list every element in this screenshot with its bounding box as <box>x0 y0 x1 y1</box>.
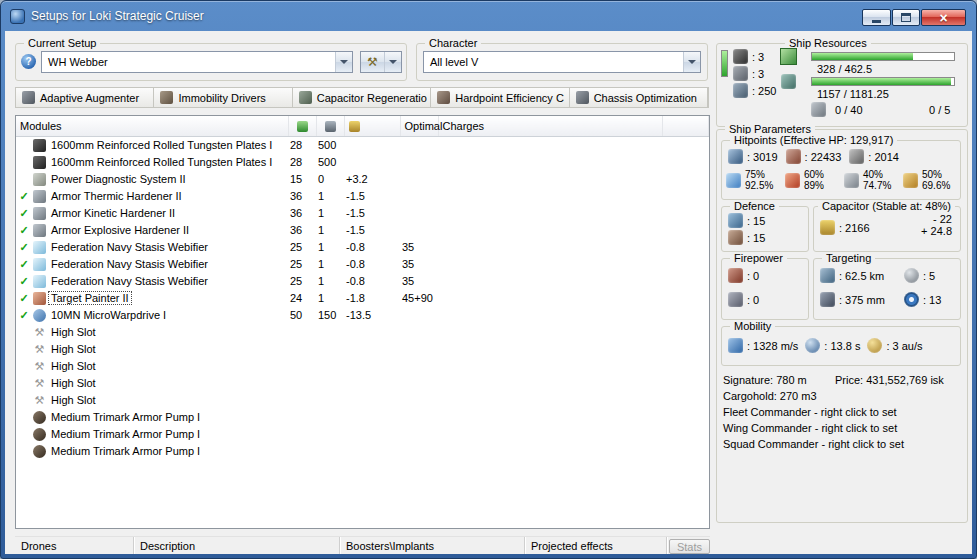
empty-slot-icon <box>33 326 46 339</box>
fleet-commander-text[interactable]: Fleet Commander - right click to set <box>723 406 961 422</box>
module-capacitor-value <box>344 409 400 426</box>
kinetic-resist-icon <box>844 173 859 188</box>
stats-button[interactable]: Stats <box>669 539 710 554</box>
module-row[interactable]: Medium Trimark Armor Pump I <box>16 409 709 426</box>
cpu-column-header[interactable] <box>288 116 316 136</box>
module-row[interactable]: 10MN MicroWarpdrive I 50 150 -13.5 <box>16 307 709 324</box>
defence-label: Defence <box>730 200 779 213</box>
module-row[interactable]: High Slot <box>16 358 709 375</box>
module-capacitor-value <box>344 136 400 154</box>
character-combobox-button[interactable] <box>683 52 700 72</box>
module-charges-value <box>438 154 662 171</box>
setup-tools-button[interactable] <box>360 51 402 73</box>
module-row[interactable]: Target Painter II 24 1 -1.8 45+90 <box>16 290 709 307</box>
empty-slot-icon <box>33 377 46 390</box>
module-optimal-value <box>400 188 438 205</box>
subsystem-tab[interactable]: Adaptive Augmenter <box>16 88 154 107</box>
subsystem-tab[interactable]: Immobility Drivers <box>154 88 292 107</box>
module-charges-value <box>438 171 662 188</box>
character-group: Character All level V <box>416 43 708 81</box>
optimal-column-header[interactable]: Optimal <box>400 116 438 136</box>
cpu-column-icon <box>297 121 308 132</box>
module-row[interactable]: Armor Kinetic Hardener II 36 1 -1.5 <box>16 205 709 222</box>
wing-commander-text[interactable]: Wing Commander - right click to set <box>723 422 961 438</box>
powergrid-column-header[interactable] <box>316 116 344 136</box>
app-window: Setups for Loki Strategic Cruiser Curren… <box>0 0 977 559</box>
shield-resist-value: 40% <box>863 169 891 180</box>
module-row[interactable]: Federation Navy Stasis Webifier 25 1 -0.… <box>16 239 709 256</box>
module-name: Medium Trimark Armor Pump I <box>49 445 202 457</box>
module-name: 10MN MicroWarpdrive I <box>49 309 168 321</box>
module-cpu-value <box>288 426 316 443</box>
charges-column-header[interactable]: Charges <box>438 116 662 136</box>
module-cpu-value: 50 <box>288 307 316 324</box>
subsystem-tab[interactable]: Hardpoint Efficiency C <box>431 88 569 107</box>
module-powergrid-value <box>316 341 344 358</box>
module-capacitor-value <box>344 341 400 358</box>
module-row[interactable]: Federation Navy Stasis Webifier 25 1 -0.… <box>16 256 709 273</box>
active-check-icon <box>18 207 30 220</box>
module-row[interactable]: High Slot <box>16 392 709 409</box>
module-capacitor-value: -1.5 <box>344 188 400 205</box>
tab-description[interactable]: Description <box>134 537 340 554</box>
minimize-button[interactable] <box>862 9 891 26</box>
module-row[interactable]: Federation Navy Stasis Webifier 25 1 -0.… <box>16 273 709 290</box>
tab-projected-effects[interactable]: Projected effects <box>525 537 667 554</box>
targeting-label: Targeting <box>822 252 875 265</box>
module-optimal-value: 45+90 <box>400 290 438 307</box>
module-row[interactable]: Medium Trimark Armor Pump I <box>16 426 709 443</box>
module-powergrid-value <box>316 392 344 409</box>
module-powergrid-value: 1 <box>316 222 344 239</box>
module-capacitor-value <box>344 154 400 171</box>
module-row[interactable]: Armor Explosive Hardener II 36 1 -1.5 <box>16 222 709 239</box>
module-row[interactable]: 1600mm Reinforced Rolled Tungsten Plates… <box>16 154 709 171</box>
module-row[interactable]: Medium Trimark Armor Pump I <box>16 443 709 460</box>
module-row[interactable]: High Slot <box>16 324 709 341</box>
warp-speed-icon <box>867 338 882 353</box>
module-capacitor-value <box>344 324 400 341</box>
setup-tools-menu-button[interactable] <box>384 52 401 72</box>
module-name: High Slot <box>49 394 98 406</box>
empty-slot-icon <box>33 394 46 407</box>
armor-resist-value: 89% <box>804 180 824 191</box>
defence-stat-value: : 15 <box>747 215 765 227</box>
module-row[interactable]: High Slot <box>16 341 709 358</box>
module-row[interactable]: Power Diagnostic System II 15 0 +3.2 <box>16 171 709 188</box>
module-capacitor-value: -0.8 <box>344 256 400 273</box>
module-optimal-value <box>400 205 438 222</box>
module-cpu-value <box>288 358 316 375</box>
module-row[interactable]: High Slot <box>16 375 709 392</box>
character-combobox[interactable]: All level V <box>423 51 701 73</box>
module-cpu-value: 36 <box>288 188 316 205</box>
module-charges-value <box>438 409 662 426</box>
capacitor-column-header[interactable] <box>344 116 400 136</box>
squad-commander-text[interactable]: Squad Commander - right click to set <box>723 438 961 454</box>
capacitor-column-icon <box>349 121 360 132</box>
module-name: Medium Trimark Armor Pump I <box>49 411 202 423</box>
tab-boosters-implants[interactable]: Boosters\Implants <box>340 537 525 554</box>
module-charges-value <box>438 341 662 358</box>
max-targets-icon <box>904 268 919 283</box>
close-button[interactable] <box>921 9 966 26</box>
hitpoint-pool: : 2014 <box>849 149 899 164</box>
setup-combobox-button[interactable] <box>335 52 352 72</box>
mobility-stat: : 3 au/s <box>867 338 922 353</box>
titlebar[interactable]: Setups for Loki Strategic Cruiser <box>1 1 976 31</box>
module-row[interactable]: 1600mm Reinforced Rolled Tungsten Plates… <box>16 136 709 154</box>
help-icon[interactable] <box>21 54 36 69</box>
mobility-label: Mobility <box>730 320 775 333</box>
modules-column-header[interactable]: Modules <box>16 116 288 136</box>
table-header-row: Modules Optimal Charges <box>16 116 709 136</box>
setup-combobox[interactable]: WH Webber <box>41 51 353 73</box>
subsystem-tab[interactable]: Chassis Optimization <box>570 88 708 107</box>
maximize-button[interactable] <box>892 9 920 26</box>
module-powergrid-value <box>316 409 344 426</box>
rig-icon <box>33 445 46 458</box>
tab-drones[interactable]: Drones <box>15 537 134 554</box>
active-check-icon <box>18 258 30 271</box>
module-row[interactable]: Armor Thermic Hardener II 36 1 -1.5 <box>16 188 709 205</box>
module-name: Armor Explosive Hardener II <box>49 224 191 236</box>
module-charges-value <box>438 443 662 460</box>
subsystem-tab[interactable]: Capacitor Regeneratio <box>293 88 431 107</box>
module-capacitor-value: -13.5 <box>344 307 400 324</box>
